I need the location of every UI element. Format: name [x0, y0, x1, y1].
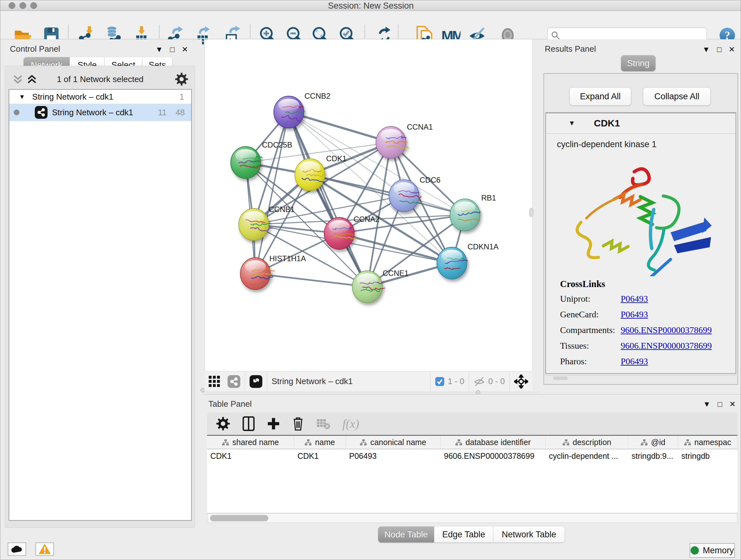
- table-cell: P06493: [346, 449, 441, 462]
- panel-float-icon[interactable]: □: [717, 45, 722, 54]
- right-splitter-grip[interactable]: [529, 208, 533, 217]
- column-type-icon: [455, 439, 462, 446]
- cloud-status-button[interactable]: [8, 543, 26, 556]
- column-type-icon: [222, 439, 229, 446]
- gear-icon[interactable]: [175, 72, 188, 86]
- network-node-CDC6[interactable]: [389, 180, 421, 212]
- cytoscape-window: Session: New Session: [0, 0, 741, 560]
- panel-close-icon[interactable]: ✕: [729, 45, 735, 54]
- node-label-CCNE1: CCNE1: [383, 269, 408, 277]
- hidden-counts: 0 - 0: [488, 376, 505, 386]
- results-tabs: String: [621, 55, 656, 71]
- column-header[interactable]: shared name: [207, 436, 294, 449]
- table-cell: cyclin-dependent ...: [546, 449, 628, 462]
- column-header[interactable]: database identifier: [441, 436, 546, 449]
- table-row[interactable]: CDK1CDK1P064939606.ENSP00000378699cyclin…: [207, 449, 738, 462]
- node-count: 11: [158, 108, 166, 118]
- network-canvas[interactable]: CCNB2CCNA1CDC25BCDK1CDC6RB1CCNB1CCNA2CDK…: [205, 39, 533, 371]
- node-table-header: shared namenamecanonical namedatabase id…: [207, 436, 738, 449]
- crosslink-label: Uniprot:: [560, 294, 621, 304]
- column-header[interactable]: description: [546, 436, 628, 449]
- results-panel: Results Panel ▼ □ ✕ String Expand All Co…: [540, 39, 741, 394]
- crosslink-label: Pharos:: [560, 356, 621, 367]
- crosslink-link[interactable]: 9606.ENSP00000378699: [621, 341, 712, 351]
- network-node-CDKN1A[interactable]: [437, 247, 468, 279]
- network-row[interactable]: String Network – cdk1 11 48: [9, 104, 191, 121]
- memory-button[interactable]: Memory: [690, 543, 735, 558]
- column-header[interactable]: @id: [628, 436, 678, 449]
- panel-float-icon[interactable]: □: [170, 45, 175, 54]
- selected-counts: 1 - 0: [448, 376, 464, 386]
- birdseye-icon[interactable]: [514, 374, 528, 388]
- network-node-RB1[interactable]: [450, 199, 481, 231]
- string-view-icon[interactable]: [227, 375, 240, 388]
- table-panel: Table Panel ▼ □ ✕: [204, 394, 741, 560]
- column-header[interactable]: canonical name: [346, 436, 441, 449]
- network-node-CCNB2[interactable]: [274, 96, 305, 128]
- crosslink-row: Compartments: 9606.ENSP00000378699: [560, 325, 726, 335]
- collection-count: 1: [180, 92, 184, 102]
- gene-description: cyclin-dependent kinase 1: [557, 139, 657, 149]
- results-panel-buttons: ▼ □ ✕: [702, 45, 735, 54]
- left-splitter-grip[interactable]: [200, 388, 205, 392]
- network-node-CCNA1[interactable]: [376, 126, 409, 159]
- table-tabs: Node Table Edge Table Network Table: [378, 526, 564, 543]
- crosslink-row: GeneCard: P06493: [560, 309, 726, 320]
- network-panel-toolbar: 1 of 1 Network selected: [8, 72, 193, 86]
- warning-status-button[interactable]: [36, 543, 54, 556]
- crosslink-link[interactable]: P06493: [621, 294, 648, 304]
- collapse-all-button[interactable]: Collapse All: [643, 87, 711, 106]
- function-builder-icon: f(x): [342, 417, 359, 431]
- horizontal-splitter-grip[interactable]: [476, 390, 480, 395]
- show-columns-icon[interactable]: [242, 416, 255, 431]
- panel-close-icon[interactable]: ✕: [182, 45, 188, 54]
- panel-collapse-icon[interactable]: ▼: [702, 45, 710, 54]
- network-tree: ▼ String Network – cdk1 1 String Network…: [9, 89, 192, 521]
- tab-network-table[interactable]: Network Table: [493, 526, 564, 543]
- table-cell: stringdb: [678, 449, 738, 462]
- add-column-icon[interactable]: [267, 417, 280, 430]
- network-node-CCNE1[interactable]: [352, 271, 385, 303]
- crosslink-row: Uniprot: P06493: [560, 294, 726, 304]
- tab-node-table[interactable]: Node Table: [378, 526, 434, 543]
- node-label-HIST1H1A: HIST1H1A: [269, 254, 306, 263]
- node-label-RB1: RB1: [481, 193, 496, 202]
- expand-all-button[interactable]: Expand All: [569, 87, 631, 106]
- crosslink-link[interactable]: 9606.ENSP00000378699: [621, 325, 712, 335]
- edge-count: 48: [176, 108, 185, 118]
- panel-close-icon[interactable]: ✕: [729, 400, 736, 409]
- tree-expander-icon[interactable]: ▼: [19, 93, 25, 101]
- current-network-dot: [14, 110, 19, 115]
- crosslink-label: GeneCard:: [560, 309, 621, 320]
- table-cell: stringdb:9...: [628, 449, 678, 462]
- table-scrollbar[interactable]: [207, 513, 738, 523]
- collection-label: String Network – cdk1: [32, 92, 113, 102]
- delete-column-icon[interactable]: [292, 417, 304, 431]
- column-header[interactable]: name: [294, 436, 346, 449]
- string-results-actions: Expand All Collapse All: [545, 80, 736, 113]
- panel-collapse-icon[interactable]: ▼: [155, 45, 163, 54]
- crosslink-link[interactable]: P06493: [621, 309, 648, 320]
- results-scrollbar[interactable]: [545, 375, 736, 381]
- grid-view-icon[interactable]: [208, 375, 220, 388]
- tab-edge-table[interactable]: Edge Table: [434, 526, 493, 543]
- selected-checkbox-icon[interactable]: [435, 377, 445, 386]
- column-type-icon: [684, 439, 691, 446]
- crosslinks-section: CrossLinks Uniprot: P06493 GeneCard: P06…: [560, 279, 726, 372]
- footer-divider: [267, 372, 267, 391]
- column-type-icon: [360, 439, 367, 446]
- network-collection-row[interactable]: ▼ String Network – cdk1 1: [9, 90, 191, 104]
- entry-expander-icon[interactable]: ▼: [568, 119, 576, 127]
- crosslink-link[interactable]: P06493: [621, 356, 648, 367]
- column-header[interactable]: namespac: [678, 436, 738, 449]
- cdk1-entry-header[interactable]: ▼ CDK1: [546, 113, 736, 134]
- crosslink-row: Pharos: P06493: [560, 356, 726, 367]
- panel-float-icon[interactable]: □: [718, 400, 723, 409]
- panel-collapse-icon[interactable]: ▼: [703, 400, 711, 409]
- table-gear-icon[interactable]: [216, 417, 230, 431]
- delete-table-icon: [316, 418, 330, 429]
- tab-string[interactable]: String: [621, 55, 656, 71]
- detach-view-icon[interactable]: [250, 375, 262, 388]
- network-node-CDC25B[interactable]: [231, 146, 262, 179]
- network-node-CCNA2[interactable]: [324, 217, 356, 249]
